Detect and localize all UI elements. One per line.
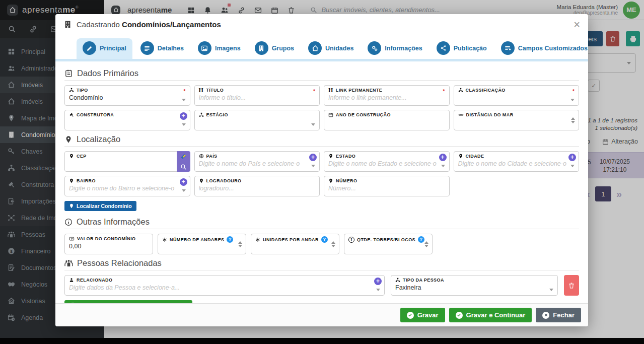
tab-imagens[interactable]: Imagens (192, 38, 247, 59)
check-circle-icon (407, 312, 414, 319)
help-icon[interactable]: ? (321, 236, 328, 243)
field-unidades-por-andar: UNIDADES POR ANDAR? (251, 234, 339, 254)
tab-principal[interactable]: Principal (77, 38, 132, 59)
estado-input[interactable] (328, 160, 437, 167)
number-stepper[interactable] (238, 241, 242, 247)
link-permanente-input[interactable] (328, 94, 437, 101)
help-icon[interactable]: ? (418, 236, 424, 243)
number-stepper[interactable] (331, 241, 335, 247)
map-pin-icon (64, 135, 73, 144)
distancia-mar-input[interactable] (458, 119, 567, 126)
field-cep: CEP (64, 151, 190, 172)
chevron-down-icon[interactable] (182, 99, 186, 101)
cep-input[interactable] (69, 160, 174, 167)
logradouro-input[interactable] (199, 185, 308, 192)
map-pin-icon (69, 203, 74, 209)
relacionado-input[interactable] (69, 284, 372, 291)
field-qtde-torres-blocos: iQTDE. TORRES/BLOCOS? (344, 234, 433, 254)
heading-icon: H (328, 88, 333, 93)
field-tipo-da-pessoa: TIPO DA PESSOA Faxineira (391, 275, 558, 296)
chevron-down-icon[interactable] (549, 289, 553, 291)
titulo-input[interactable] (199, 94, 308, 101)
field-pais: PAÍS + (194, 151, 320, 172)
sitemap-icon (395, 278, 400, 283)
tab-informacoes[interactable]: Informações (362, 38, 428, 59)
chevron-down-icon[interactable] (182, 189, 186, 192)
tab-label: Grupos (272, 45, 294, 52)
fechar-button[interactable]: Fechar (536, 308, 581, 322)
check-circle-icon (456, 312, 463, 319)
estagio-select-value[interactable] (199, 119, 308, 126)
tab-publicacao[interactable]: Publicação (431, 38, 493, 59)
remove-pessoa-button[interactable] (564, 275, 579, 296)
qtde-torres-blocos-input[interactable] (348, 244, 420, 251)
unidades-por-andar-input[interactable] (255, 244, 327, 251)
modal-title-prefix: Cadastrando (77, 20, 120, 29)
chevron-down-icon[interactable] (441, 165, 445, 167)
field-construtora: CONSTRUTORA + (64, 110, 190, 130)
field-estagio: ESTÁGIO (194, 110, 320, 130)
construtora-select-value[interactable] (69, 119, 178, 126)
chevron-down-icon[interactable] (311, 165, 315, 167)
tipo-pessoa-select-value[interactable]: Faxineira (395, 284, 545, 291)
chevron-down-icon[interactable] (570, 99, 575, 101)
tab-label: Imagens (215, 45, 241, 52)
ano-construcao-input[interactable] (328, 119, 437, 126)
chevron-down-icon[interactable] (182, 123, 186, 126)
search-icon (180, 164, 187, 170)
chevron-down-icon[interactable] (376, 289, 380, 291)
add-estado-button[interactable]: + (439, 154, 447, 161)
tab-label: Unidades (325, 45, 353, 52)
cep-lookup-button[interactable] (177, 151, 190, 172)
money-icon (69, 236, 75, 241)
numero-andares-input[interactable] (162, 244, 234, 251)
map-pin-icon (69, 154, 74, 159)
cidade-input[interactable] (458, 160, 567, 167)
gravar-e-continuar-button[interactable]: Gravar e Continuar (449, 308, 532, 322)
tab-detalhes[interactable]: Detalhes (134, 38, 190, 59)
cep-service-icon (180, 153, 187, 160)
section-pessoas-relacionadas: Pessoas Relacionadas (64, 258, 579, 268)
map-pin-icon (69, 178, 74, 183)
sitemap-icon (458, 88, 463, 93)
add-construtora-button[interactable]: + (180, 112, 187, 120)
chevron-down-icon[interactable] (311, 123, 315, 126)
numero-input[interactable] (328, 185, 437, 192)
close-icon[interactable]: × (574, 19, 580, 30)
map-pin-icon (328, 178, 333, 183)
field-distancia-mar: DISTÂNCIA DO MAR (454, 110, 580, 130)
pais-input[interactable] (199, 160, 308, 167)
list-plus-icon (501, 41, 515, 55)
list-icon (140, 41, 154, 55)
field-valor-condominio: VALOR DO CONDOMÍNIO (64, 234, 153, 254)
add-bairro-button[interactable]: + (180, 178, 187, 186)
localizar-condominio-button[interactable]: Localizar Condomínio (64, 201, 136, 211)
modal-body: Dados Primários TIPO Condomínio * HTÍTUL… (55, 61, 588, 303)
gravar-button[interactable]: Gravar (400, 308, 445, 322)
tab-grupos[interactable]: Grupos (249, 38, 300, 59)
field-titulo: HTÍTULO * (194, 85, 320, 106)
bairro-input[interactable] (69, 185, 178, 192)
add-cidade-button[interactable]: + (568, 154, 576, 161)
number-stepper[interactable] (571, 117, 575, 123)
tab-unidades[interactable]: Unidades (302, 38, 360, 59)
valor-condominio-input[interactable] (69, 243, 140, 250)
classificacao-select-value[interactable] (458, 94, 567, 101)
tab-label: Publicação (454, 45, 487, 52)
person-icon (69, 278, 74, 283)
map-pin-icon (199, 178, 204, 183)
add-pais-button[interactable]: + (309, 154, 317, 161)
globe-icon (199, 154, 204, 159)
number-stepper[interactable] (424, 241, 428, 247)
cadastro-condominio-modal: Cadastrando Condomínios/Lançamentos × Pr… (55, 14, 588, 326)
modal-header: Cadastrando Condomínios/Lançamentos × (55, 14, 588, 35)
people-icon (64, 259, 73, 267)
image-icon (198, 41, 211, 55)
add-pessoa-button[interactable]: + (374, 278, 382, 285)
tab-campos-customizados[interactable]: Campos Customizados (495, 38, 594, 59)
field-numero: NÚMERO (324, 176, 450, 196)
chevron-down-icon[interactable] (570, 165, 575, 167)
field-link-permanente: HLINK PERMANENTE * (324, 85, 450, 106)
help-icon[interactable]: ? (227, 236, 233, 243)
tipo-select-value[interactable]: Condomínio (69, 94, 178, 101)
